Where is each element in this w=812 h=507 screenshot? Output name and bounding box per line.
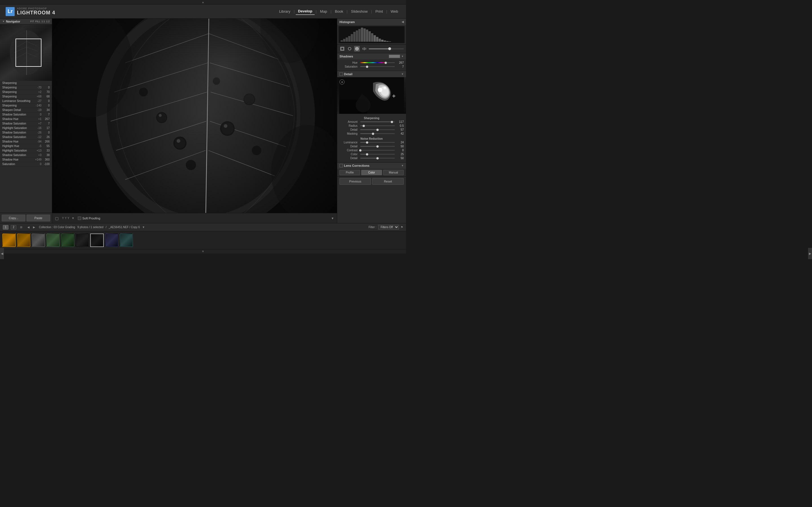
filter-select[interactable]: Filters Off (378, 225, 399, 230)
navigator-preview[interactable] (0, 24, 52, 81)
bottom-expand-arrow[interactable]: ▼ (0, 249, 406, 253)
sharp-detail-slider[interactable] (360, 129, 395, 130)
nav-slideshow[interactable]: Slideshow (349, 8, 370, 15)
reset-button[interactable]: Reset (372, 178, 404, 185)
shadows-header[interactable]: Shadows ▼ (337, 53, 406, 59)
file-dropdown-icon[interactable]: ▼ (142, 226, 145, 229)
sharp-radius-slider[interactable] (360, 125, 395, 126)
nav-fill-btn[interactable]: FILL (35, 20, 40, 23)
brightness-slider-thumb[interactable] (388, 47, 391, 50)
list-item[interactable]: Highlight Hue -5 55 (0, 144, 52, 149)
copy-button[interactable]: Copy... (2, 215, 26, 221)
tool-slider[interactable] (369, 48, 404, 49)
lens-manual-btn[interactable]: Manual (383, 170, 404, 175)
noise-color-thumb[interactable] (366, 153, 368, 156)
nav-book[interactable]: Book (333, 8, 346, 15)
noise-contrast-thumb[interactable] (359, 149, 361, 152)
filmstrip-thumb-9[interactable] (119, 233, 133, 247)
list-item[interactable]: Sharpening (0, 81, 52, 86)
list-item[interactable]: Shadow Saturation +3 38 (0, 153, 52, 158)
redeye-icon[interactable] (354, 46, 360, 52)
navigator-header[interactable]: ▼ Navigator FIT FILL 1:1 1:2 (0, 18, 52, 24)
sharp-amount-slider[interactable] (360, 121, 395, 122)
filmstrip-thumb-3[interactable] (32, 233, 45, 247)
lens-corrections-header[interactable]: Lens Corrections ▼ (337, 163, 406, 169)
shadows-hue-thumb[interactable] (385, 62, 387, 64)
filmstrip-thumb-7[interactable] (90, 233, 104, 247)
page-2-btn[interactable]: 2 (11, 225, 16, 230)
filmstrip-thumb-4[interactable] (46, 233, 60, 247)
previous-button[interactable]: Previous (340, 178, 371, 185)
soft-proofing-area[interactable]: Soft Proofing (78, 217, 100, 220)
gradient-icon[interactable] (361, 46, 367, 52)
list-item[interactable]: Shadow Saturation 0 7 (0, 112, 52, 117)
sharp-masking-thumb[interactable] (372, 133, 374, 135)
detail-preview[interactable]: ⊕ ✛ (337, 77, 406, 114)
photo-view[interactable] (52, 18, 337, 213)
list-item[interactable]: Sharpen Detail -19 34 (0, 108, 52, 112)
noise-color-detail-thumb[interactable] (376, 157, 378, 159)
list-item[interactable]: Sharpening -70 0 (0, 86, 52, 90)
crop-tool-icon[interactable] (340, 46, 345, 52)
noise-color-detail-slider[interactable] (360, 158, 395, 159)
list-item[interactable]: Luminance Smoothing -27 0 (0, 99, 52, 103)
sharp-masking-slider[interactable] (360, 133, 395, 134)
filmstrip-thumb-1[interactable] (2, 233, 16, 247)
view-options-dropdown[interactable]: ▼ (331, 217, 334, 220)
list-item[interactable]: Sharpening +2 70 (0, 90, 52, 94)
noise-detail-slider[interactable] (360, 146, 395, 147)
color-picker-dropdown[interactable]: ▼ (71, 217, 74, 220)
grid-view-btn[interactable]: ⊞ (18, 225, 24, 230)
noise-luminance-thumb[interactable] (366, 142, 368, 144)
list-item[interactable]: Shadow Saturation +7 7 (0, 121, 52, 126)
lens-profile-btn[interactable]: Profile (340, 170, 360, 175)
list-item[interactable]: Shadow Saturation -12 26 (0, 135, 52, 139)
nav-1-1-btn[interactable]: 1:1 (42, 20, 45, 23)
detail-header[interactable]: Detail ▼ (337, 71, 406, 77)
detail-target-icon[interactable]: ⊕ (340, 79, 345, 84)
brightness-slider-track[interactable] (369, 48, 404, 49)
shadows-hue-slider[interactable] (360, 62, 395, 63)
nav-develop[interactable]: Develop (296, 8, 315, 15)
view-single-icon[interactable]: ▢ (55, 216, 59, 221)
top-expand-arrow[interactable]: ▲ (0, 0, 406, 4)
nav-ratio-dropdown[interactable]: 1:2 (46, 20, 50, 23)
sharp-detail-thumb[interactable] (376, 129, 378, 131)
shadows-color-swatch[interactable] (389, 55, 400, 58)
file-path[interactable]: _AES6451.NEF / Copy 6 (109, 226, 140, 229)
sharp-amount-thumb[interactable] (391, 121, 393, 123)
soft-proofing-checkbox[interactable] (78, 217, 81, 220)
spot-heal-icon[interactable] (347, 46, 352, 52)
list-item[interactable]: Sharpening +68 68 (0, 94, 52, 99)
list-item[interactable]: Sharpening -140 0 (0, 103, 52, 108)
paste-button[interactable]: Paste (27, 215, 50, 221)
nav-back-btn[interactable]: ◀ (26, 225, 31, 230)
list-item[interactable]: Shadow Hue +149 360 (0, 158, 52, 162)
filmstrip-thumb-8[interactable] (105, 233, 118, 247)
list-item[interactable]: Saturation 0 -100 (0, 162, 52, 166)
nav-print[interactable]: Print (373, 8, 385, 15)
filmstrip-thumb-6[interactable] (75, 233, 89, 247)
noise-luminance-slider[interactable] (360, 142, 395, 143)
list-item[interactable]: Shadow Hue -94 266 (0, 139, 52, 144)
nav-library[interactable]: Library (277, 8, 293, 15)
filmstrip-thumb-2[interactable] (17, 233, 31, 247)
noise-contrast-slider[interactable] (360, 150, 395, 151)
page-1-btn[interactable]: 1 (3, 225, 8, 230)
nav-forward-btn[interactable]: ▶ (32, 225, 37, 230)
list-item[interactable]: Highlight Saturation -16 17 (0, 126, 52, 130)
noise-detail-thumb[interactable] (376, 145, 378, 148)
nav-map[interactable]: Map (318, 8, 329, 15)
shadows-sat-thumb[interactable] (366, 66, 368, 68)
shadows-sat-slider[interactable] (360, 66, 395, 67)
lens-color-btn[interactable]: Color (361, 170, 382, 175)
sharp-radius-thumb[interactable] (363, 125, 365, 127)
noise-color-slider[interactable] (360, 154, 395, 155)
list-item[interactable]: Shadow Hue +1 267 (0, 117, 52, 121)
nav-fit-btn[interactable]: FIT (30, 20, 34, 23)
list-item[interactable]: Highlight Saturation +13 33 (0, 149, 52, 153)
histogram-header[interactable]: Histogram ◀ (337, 18, 406, 25)
filmstrip-thumb-5[interactable] (61, 233, 74, 247)
list-item[interactable]: Shadow Saturation -26 0 (0, 130, 52, 135)
nav-web[interactable]: Web (389, 8, 401, 15)
